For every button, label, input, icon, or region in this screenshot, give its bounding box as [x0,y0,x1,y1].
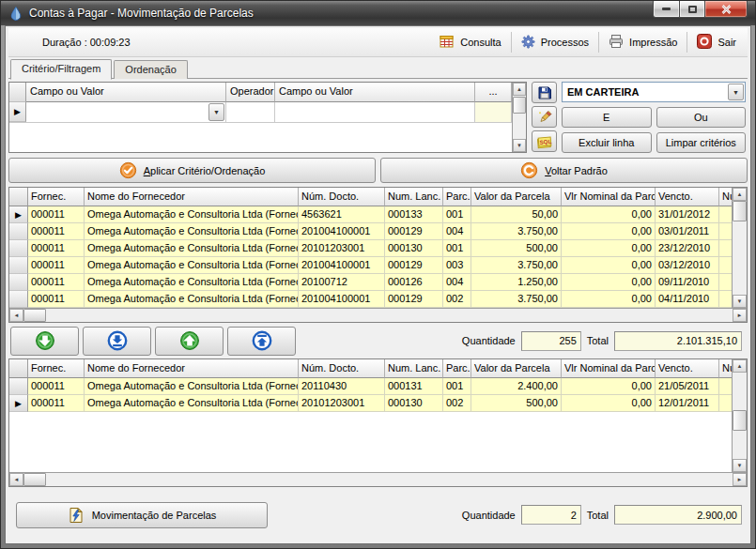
minimize-button[interactable] [653,1,680,18]
scroll-track[interactable] [733,201,747,295]
scroll-down-button[interactable]: ▼ [513,139,526,152]
column-header[interactable]: Nu [719,359,732,378]
scroll-left-button[interactable]: ◄ [9,309,23,322]
column-header[interactable]: Nome do Fornecedor [85,359,299,378]
column-header[interactable]: Fornec. [28,359,85,378]
and-button[interactable]: E [562,107,652,128]
scroll-thumb[interactable] [733,410,747,431]
scroll-down-button[interactable]: ▼ [733,295,747,308]
filter-row[interactable]: ▶ ▼ [9,102,512,123]
save-criteria-button[interactable] [532,82,557,103]
scroll-right-button[interactable]: ► [733,309,747,322]
column-header[interactable]: Núm. Docto. [299,188,385,206]
scroll-up-button[interactable]: ▲ [513,83,526,96]
clear-criteria-button[interactable]: Limpar critérios [656,132,747,153]
filter-grid-vscrollbar[interactable]: ▲ ▼ [512,83,526,152]
column-header[interactable]: Vlr Nominal da Parc. [562,188,656,206]
scroll-thumb[interactable] [23,309,46,322]
main-toolbar: Duração : 00:09:23 Consulta [8,28,748,57]
column-header[interactable]: Num. Lanc. [385,359,443,378]
column-header[interactable]: Vencto. [656,359,719,378]
grid-cell: 000131 [385,378,443,395]
lower-grid-hscrollbar[interactable]: ◄ ► [9,472,747,486]
sair-button[interactable]: Sair [687,31,746,53]
scroll-left-icon: ◄ [14,313,20,318]
combobox-arrow-button[interactable]: ▼ [728,84,744,100]
scroll-up-button[interactable]: ▲ [733,188,747,201]
filter-more-cell[interactable] [475,102,512,122]
column-header[interactable]: Parc. [443,188,471,206]
upper-grid-vscrollbar[interactable]: ▲ ▼ [732,188,747,308]
scroll-track[interactable] [46,473,733,486]
scroll-down-button[interactable]: ▼ [733,459,747,472]
table-row[interactable]: 000011Omega Automação e Consultoria Ltda… [9,291,732,308]
filter-value-cell[interactable] [275,102,475,122]
table-row[interactable]: 000011Omega Automação e Consultoria Ltda… [9,257,732,274]
scroll-thumb[interactable] [733,201,747,221]
scroll-track[interactable] [46,309,733,322]
grid-cell: 2.400,00 [471,378,562,395]
table-row[interactable]: 000011Omega Automação e Consultoria Ltda… [9,240,732,257]
erase-criteria-button[interactable] [532,106,557,128]
filter-column-operador[interactable]: Operador [226,83,275,102]
column-header[interactable]: Nu [719,188,732,206]
grid-cell: 000133 [385,206,443,223]
column-header[interactable]: Vlr Nominal da Parc. [562,359,656,378]
row-selector [9,223,28,240]
column-header[interactable]: Valor da Parcela [471,359,562,378]
preset-combobox[interactable]: EM CARTEIRA ▼ [562,82,746,102]
movimentacao-parcelas-button[interactable]: Movimentação de Parcelas [16,502,268,528]
move-all-down-button[interactable] [83,327,151,356]
tab-criterio-filtragem[interactable]: Critério/Filtragem [10,59,112,80]
move-up-button[interactable] [155,327,224,356]
column-header[interactable]: Fornec. [28,188,85,206]
scroll-track[interactable] [733,373,747,459]
filter-field-dropdown-cell[interactable]: ▼ [26,102,226,122]
tab-ordenacao[interactable]: Ordenação [114,60,187,79]
dropdown-arrow-button[interactable]: ▼ [208,103,224,121]
grid-cell: 23/12/2010 [656,240,719,257]
svg-text:SQL: SQL [539,137,552,145]
consulta-button[interactable]: Consulta [430,31,510,53]
scroll-thumb[interactable] [513,97,526,114]
column-header[interactable]: Nome do Fornecedor [85,188,299,206]
impressao-button[interactable]: Impressão [599,31,687,53]
table-row[interactable]: ▶000011Omega Automação e Consultoria Ltd… [9,206,732,223]
reset-default-button[interactable]: Voltar Padrão [380,158,748,183]
table-row[interactable]: ▶000011Omega Automação e Consultoria Ltd… [9,395,732,412]
sql-button[interactable]: SQL [532,130,557,152]
column-header[interactable]: Parc. [443,359,471,378]
maximize-button[interactable] [680,1,705,18]
total-field: 2.900,00 [614,505,742,525]
column-header[interactable]: Num. Lanc. [385,188,443,206]
processos-button[interactable]: Processos [512,31,598,53]
filter-column-campo1[interactable]: Campo ou Valor [26,83,226,102]
close-button[interactable] [705,1,748,18]
scroll-right-button[interactable]: ► [733,473,747,486]
table-row[interactable]: 000011Omega Automação e Consultoria Ltda… [9,378,732,395]
table-row[interactable]: 000011Omega Automação e Consultoria Ltda… [9,223,732,240]
lower-grid-vscrollbar[interactable]: ▲ ▼ [732,359,747,472]
scroll-thumb[interactable] [23,473,46,486]
maximize-icon [688,6,697,13]
column-header[interactable]: Vencto. [656,188,719,206]
table-row[interactable]: 000011Omega Automação e Consultoria Ltda… [9,274,732,291]
upper-grid-hscrollbar[interactable]: ◄ ► [9,308,747,322]
titlebar[interactable]: Contas à Pagar - Movimentação de Parcela… [1,1,755,25]
scroll-track[interactable] [513,96,526,139]
filter-operator-cell[interactable] [226,102,275,122]
column-header[interactable]: Valor da Parcela [471,188,562,206]
column-header[interactable]: Núm. Docto. [299,359,385,378]
scroll-up-button[interactable]: ▲ [733,359,747,373]
row-pointer-icon: ▶ [14,107,21,116]
criteria-tool-buttons: SQL [532,82,557,153]
or-button[interactable]: Ou [656,107,747,128]
filter-column-more[interactable]: ... [475,83,512,102]
grid-cell-clipped [719,240,732,257]
scroll-left-button[interactable]: ◄ [9,473,23,486]
delete-line-button[interactable]: Excluir linha [562,132,652,153]
move-all-up-button[interactable] [227,327,296,356]
filter-column-campo2[interactable]: Campo ou Valor [275,83,475,102]
move-down-button[interactable] [10,327,79,356]
apply-criteria-button[interactable]: Aplicar Critério/Ordenação [8,158,376,183]
